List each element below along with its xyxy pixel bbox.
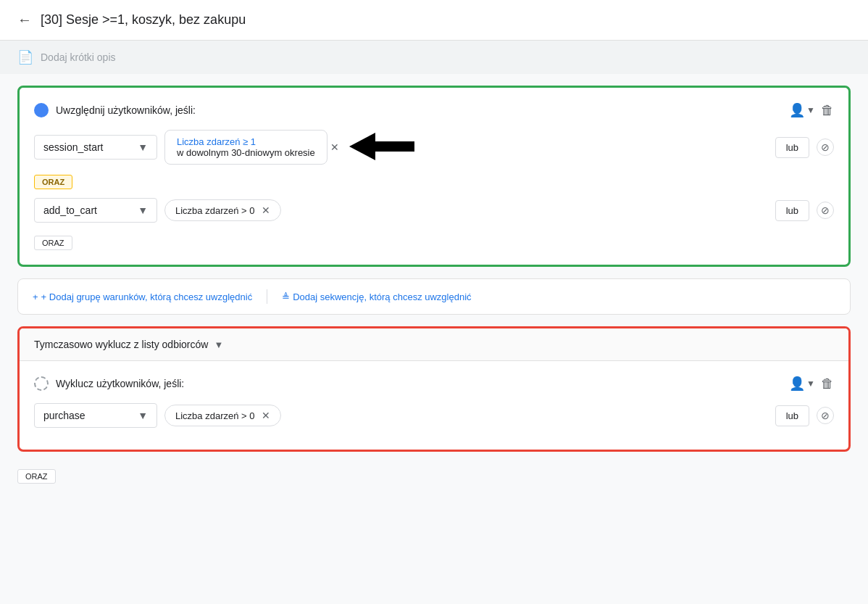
lub-button-purchase[interactable]: lub xyxy=(775,405,809,426)
remove-condition-purchase[interactable]: ⊘ xyxy=(817,407,834,424)
close-icon-purchase: ⊘ xyxy=(821,410,830,421)
add-sequence-link[interactable]: ≜ Dodaj sekwencję, którą chcesz uwzględn… xyxy=(282,291,471,302)
chip-close-add-to-cart[interactable]: ✕ xyxy=(262,204,270,216)
lub-button-session[interactable]: lub xyxy=(775,137,809,158)
delete-include-button[interactable]: 🗑 xyxy=(821,103,834,118)
add-sequence-label: Dodaj sekwencję, którą chcesz uwzględnić xyxy=(293,291,471,302)
event-dropdown-purchase[interactable]: purchase ▼ xyxy=(34,403,157,428)
exclude-sub-header: Wyklucz użytkowników, jeśli: 👤 ▼ 🗑 xyxy=(34,376,834,392)
exclude-header-bar: Tymczasowo wyklucz z listy odbiorców ▼ xyxy=(20,328,848,361)
delete-exclude-button[interactable]: 🗑 xyxy=(821,376,834,392)
exclude-condition-row: purchase ▼ Liczba zdarzeń > 0 ✕ lub ⊘ xyxy=(34,403,834,428)
main-content: Uwzględnij użytkowników, jeśli: 👤 ▼ 🗑 se… xyxy=(0,74,868,495)
close-icon-add-to-cart: ⊘ xyxy=(821,204,830,216)
back-button[interactable]: ← xyxy=(17,12,32,28)
person-dropdown-button[interactable]: 👤 ▼ xyxy=(789,102,815,118)
chip-text-add-to-cart: Liczba zdarzeń > 0 xyxy=(175,205,254,216)
exclude-circle-icon xyxy=(34,376,49,391)
oraz-badge[interactable]: ORAZ xyxy=(34,175,72,189)
chip-line1: Liczba zdarzeń ≥ 1 xyxy=(177,136,315,147)
exclude-section: Tymczasowo wyklucz z listy odbiorców ▼ W… xyxy=(17,326,851,452)
oraz-badge-wrapper: ORAZ xyxy=(34,172,834,192)
page-header: ← [30] Sesje >=1, koszyk, bez zakupu xyxy=(0,0,868,41)
include-title: Uwzględnij użytkowników, jeśli: xyxy=(56,104,196,116)
exclude-header-title: Tymczasowo wyklucz z listy odbiorców xyxy=(34,339,208,350)
oraz-badge-bottom[interactable]: ORAZ xyxy=(34,236,72,250)
remove-condition-add-to-cart[interactable]: ⊘ xyxy=(817,202,834,219)
include-section: Uwzględnij użytkowników, jeśli: 👤 ▼ 🗑 se… xyxy=(17,86,851,267)
sequence-icon: ≜ xyxy=(282,291,290,302)
dropdown-arrow-icon-purchase: ▼ xyxy=(138,410,148,421)
lub-button-add-to-cart[interactable]: lub xyxy=(775,200,809,221)
doc-icon: 📄 xyxy=(17,49,33,65)
exclude-header-left: Wyklucz użytkowników, jeśli: xyxy=(34,376,184,391)
oraz-bottom-exclude-wrapper: ORAZ xyxy=(17,463,851,484)
dropdown-arrow-icon: ▼ xyxy=(138,141,148,153)
chip-text-purchase: Liczba zdarzeń > 0 xyxy=(175,410,254,421)
event-name-session-start: session_start xyxy=(43,141,103,153)
description-bar: 📄 Dodaj krótki opis xyxy=(0,41,868,74)
condition-chip-purchase[interactable]: Liczba zdarzeń > 0 ✕ xyxy=(164,405,281,426)
page-title: [30] Sesje >=1, koszyk, bez zakupu xyxy=(41,12,246,28)
chevron-down-icon: ▼ xyxy=(806,105,815,115)
condition-chip-add-to-cart[interactable]: Liczba zdarzeń > 0 ✕ xyxy=(164,199,281,221)
include-section-header: Uwzględnij użytkowników, jeśli: 👤 ▼ 🗑 xyxy=(34,102,834,118)
include-section-actions: 👤 ▼ 🗑 xyxy=(789,102,834,118)
chip-close-session[interactable]: ✕ xyxy=(330,141,339,153)
condition-chip-session[interactable]: Liczba zdarzeń ≥ 1 w dowolnym 30-dniowym… xyxy=(164,130,327,165)
separator xyxy=(267,289,267,304)
svg-marker-1 xyxy=(349,133,375,160)
add-group-link[interactable]: + + Dodaj grupę warunków, którą chcesz u… xyxy=(33,291,252,302)
condition-row-2: add_to_cart ▼ Liczba zdarzeń > 0 ✕ lub ⊘ xyxy=(34,198,834,223)
oraz-bottom-wrapper: ORAZ xyxy=(34,230,834,250)
condition-chip-wrapper: Liczba zdarzeń ≥ 1 w dowolnym 30-dniowym… xyxy=(164,130,422,165)
person-icon: 👤 xyxy=(789,102,805,118)
chip-line2: w dowolnym 30-dniowym okresie xyxy=(177,147,315,158)
chip-close-purchase[interactable]: ✕ xyxy=(262,410,270,421)
include-header-left: Uwzględnij użytkowników, jeśli: xyxy=(34,103,196,117)
add-group-row: + + Dodaj grupę warunków, którą chcesz u… xyxy=(17,278,851,315)
remove-condition-session[interactable]: ⊘ xyxy=(817,138,834,156)
description-placeholder[interactable]: Dodaj krótki opis xyxy=(41,51,116,63)
oraz-badge-bottom-exclude[interactable]: ORAZ xyxy=(17,469,56,484)
arrow-annotation-icon xyxy=(349,133,422,162)
event-name-add-to-cart: add_to_cart xyxy=(43,204,97,216)
exclude-title-label: Wyklucz użytkowników, jeśli: xyxy=(56,378,184,389)
svg-rect-0 xyxy=(371,141,414,152)
add-group-label: + Dodaj grupę warunków, którą chcesz uwz… xyxy=(41,291,253,302)
person-dropdown-button-exclude[interactable]: 👤 ▼ xyxy=(789,376,815,392)
chevron-down-icon-exclude: ▼ xyxy=(806,378,815,389)
dropdown-arrow-icon-2: ▼ xyxy=(138,204,148,216)
condition-row-1: session_start ▼ Liczba zdarzeń ≥ 1 w dow… xyxy=(34,130,834,165)
event-dropdown-add-to-cart[interactable]: add_to_cart ▼ xyxy=(34,198,157,223)
event-dropdown-session-start[interactable]: session_start ▼ xyxy=(34,135,157,160)
person-icon-exclude: 👤 xyxy=(789,376,805,392)
include-circle-icon xyxy=(34,103,49,117)
exclude-body: Wyklucz użytkowników, jeśli: 👤 ▼ 🗑 purch… xyxy=(20,361,848,450)
close-icon-session: ⊘ xyxy=(821,141,830,153)
exclude-chevron-icon[interactable]: ▼ xyxy=(214,339,223,350)
exclude-section-actions: 👤 ▼ 🗑 xyxy=(789,376,834,392)
plus-icon: + xyxy=(33,291,38,302)
event-name-purchase: purchase xyxy=(43,410,85,421)
